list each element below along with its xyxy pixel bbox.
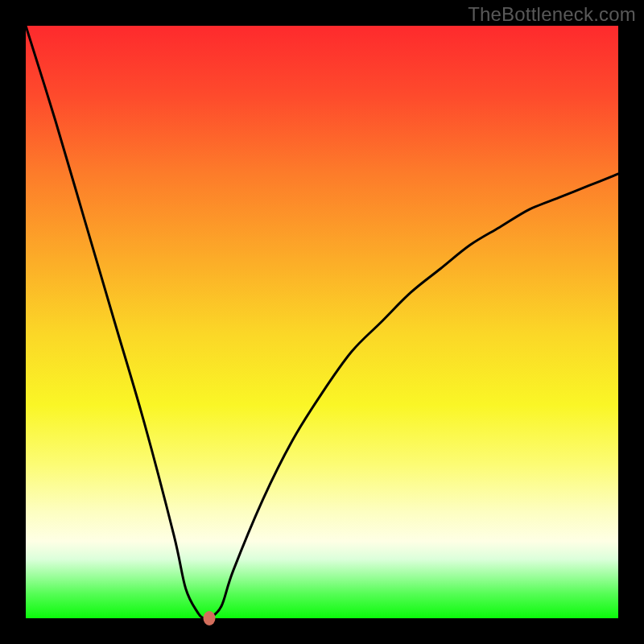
plot-area (26, 26, 618, 618)
bottleneck-curve (26, 26, 618, 618)
chart-frame: TheBottleneck.com (0, 0, 644, 644)
curve-svg (26, 26, 618, 618)
current-config-marker (204, 611, 216, 625)
watermark-text: TheBottleneck.com (468, 3, 636, 26)
